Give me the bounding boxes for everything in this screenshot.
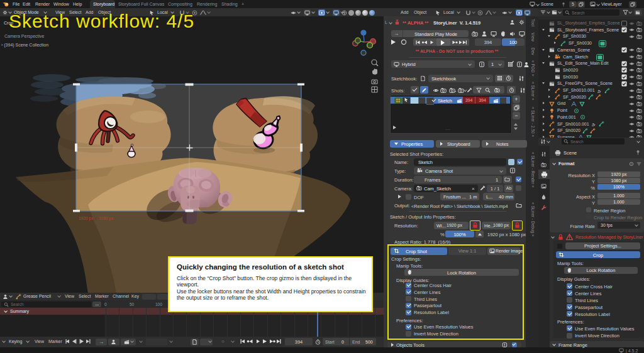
svg-text:1080 px: 1080 px: [99, 216, 114, 221]
svg-text:1920 px: 1920 px: [79, 216, 94, 221]
